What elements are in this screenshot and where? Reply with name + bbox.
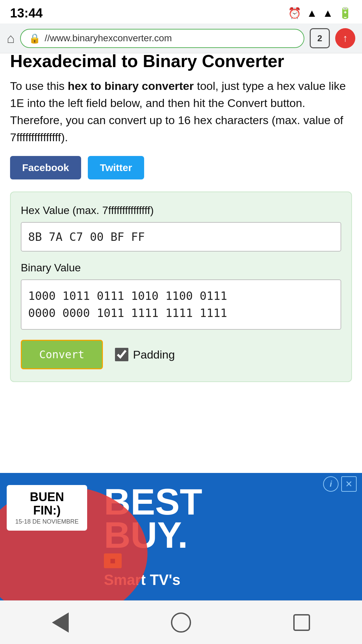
home-nav-icon [171,612,191,633]
main-content: Hexadecimal to Binary Converter To use t… [0,53,362,382]
convert-row: Convert Padding [21,340,341,369]
home-nav-button[interactable] [168,609,194,636]
bottom-nav [0,600,362,644]
facebook-button[interactable]: Facebook [10,156,81,179]
url-text: //www.binaryhexconverter.com [45,33,172,44]
binary-output: 1000 1011 0111 1010 1100 01110000 0000 1… [21,279,341,330]
back-icon [52,612,69,633]
alarm-icon: ⏰ [288,7,301,19]
convert-button[interactable]: Convert [21,340,103,369]
battery-icon: 🔋 [339,7,352,19]
back-button[interactable] [47,609,74,636]
page-title: Hexadecimal to Binary Converter [10,53,352,77]
status-bar: 13:44 ⏰ ▲ ▲ 🔋 [0,0,362,23]
twitter-button[interactable]: Twitter [88,156,144,179]
ad-logo: BUENFIN:) 15-18 DE NOVIEMBRE [7,485,87,531]
padding-option: Padding [115,348,175,361]
upload-icon: ↑ [343,33,348,44]
hex-label: Hex Value (max. 7fffffffffffffff) [21,204,341,217]
browser-bar: ⌂ 🔒 //www.binaryhexconverter.com 2 ↑ [0,23,362,53]
recents-icon [293,614,310,631]
social-buttons: Facebook Twitter [10,156,352,179]
binary-label: Binary Value [21,262,341,274]
ad-left: BUENFIN:) 15-18 DE NOVIEMBRE [0,473,94,600]
home-button[interactable]: ⌂ [7,31,15,46]
ad-controls: i ✕ [323,476,357,492]
tab-count-button[interactable]: 2 [310,28,330,48]
ad-info-button[interactable]: i [323,476,339,492]
description: To use this hex to binary converter tool… [10,77,352,146]
ad-banner: i ✕ BUENFIN:) 15-18 DE NOVIEMBRE BESTBUY… [0,473,362,600]
tab-count: 2 [317,33,322,44]
padding-label: Padding [133,348,175,361]
ad-close-button[interactable]: ✕ [341,476,357,492]
recents-button[interactable] [288,609,315,636]
status-time: 13:44 [10,6,43,20]
padding-checkbox[interactable] [115,348,128,361]
share-button[interactable]: ↑ [335,28,355,48]
status-icons: ⏰ ▲ ▲ 🔋 [288,7,352,19]
signal-icon: ▲ [322,7,333,19]
url-bar[interactable]: 🔒 //www.binaryhexconverter.com [20,29,304,48]
ad-logo-sub: 15-18 DE NOVIEMBRE [12,518,82,525]
lock-icon: 🔒 [29,33,41,44]
ad-logo-title: BUENFIN:) [12,490,82,517]
converter-box: Hex Value (max. 7fffffffffffffff) Binary… [10,192,352,382]
wifi-icon: ▲ [307,7,317,19]
hex-input[interactable] [21,222,341,252]
